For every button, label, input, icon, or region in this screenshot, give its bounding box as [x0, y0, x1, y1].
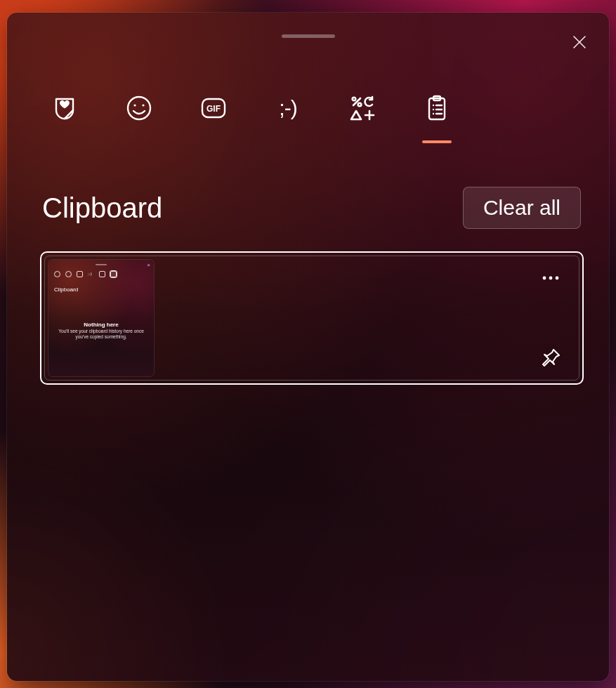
section-header: Clipboard Clear all — [42, 187, 581, 229]
more-horizontal-icon — [540, 267, 561, 289]
symbols-icon — [348, 94, 376, 122]
clipboard-icon — [423, 94, 451, 122]
clipboard-item-thumbnail: × ;-) Clipboard Nothing here You'll see … — [48, 260, 154, 376]
tab-stickers[interactable] — [48, 94, 81, 143]
svg-point-8 — [358, 103, 362, 107]
svg-point-15 — [433, 105, 434, 106]
clipboard-list: × ;-) Clipboard Nothing here You'll see … — [40, 251, 584, 664]
svg-point-3 — [133, 104, 136, 106]
sticker-heart-icon — [51, 94, 79, 122]
svg-point-2 — [128, 97, 150, 119]
tab-gif[interactable]: GIF — [197, 94, 230, 143]
thumb-subtext: You'll see your clipboard history here o… — [55, 329, 147, 340]
svg-point-22 — [549, 277, 553, 280]
svg-point-4 — [142, 104, 144, 106]
kaomoji-icon: ;-) — [274, 94, 302, 122]
close-button[interactable] — [565, 28, 594, 56]
svg-point-23 — [556, 277, 559, 280]
svg-point-7 — [353, 98, 356, 101]
tab-emoji[interactable] — [122, 94, 156, 143]
svg-line-9 — [353, 98, 360, 105]
emoji-clipboard-panel: GIF ;-) — [7, 13, 609, 681]
tab-kaomoji[interactable]: ;-) — [271, 94, 305, 143]
clipboard-item-actions — [532, 261, 570, 375]
pin-icon — [540, 348, 561, 369]
category-tabs: GIF ;-) — [48, 94, 454, 143]
page-title: Clipboard — [42, 192, 162, 224]
svg-point-17 — [433, 109, 434, 110]
thumb-title: Clipboard — [54, 286, 78, 293]
svg-text:GIF: GIF — [207, 104, 221, 114]
clipboard-item[interactable]: × ;-) Clipboard Nothing here You'll see … — [40, 251, 584, 385]
tab-underline — [422, 140, 452, 143]
svg-point-21 — [543, 277, 546, 280]
pin-button[interactable] — [534, 341, 568, 375]
clear-all-button[interactable]: Clear all — [463, 187, 581, 229]
close-icon — [571, 34, 588, 51]
svg-marker-10 — [351, 111, 361, 119]
tab-clipboard[interactable] — [420, 94, 454, 143]
tab-symbols[interactable] — [346, 94, 379, 143]
drag-handle[interactable] — [282, 34, 335, 38]
gif-icon: GIF — [199, 94, 228, 122]
thumb-headline: Nothing here — [48, 322, 154, 328]
more-options-button[interactable] — [534, 261, 568, 295]
svg-point-19 — [433, 113, 434, 114]
emoji-smile-icon — [125, 94, 153, 122]
